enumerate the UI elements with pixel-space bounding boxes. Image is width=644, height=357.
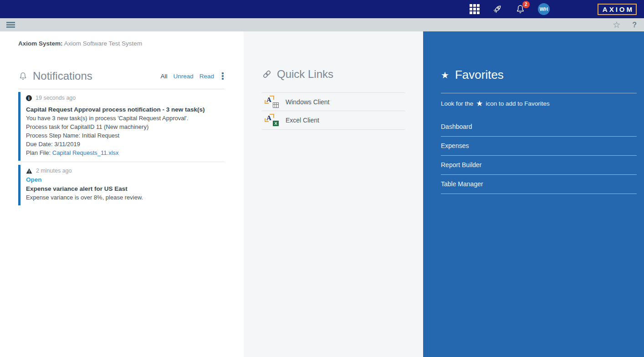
notification-line: You have 3 new task(s) in process 'Capit… — [26, 114, 225, 122]
notification-line: Process Step Name: Initial Request — [26, 131, 225, 140]
axiom-system-line: Axiom System: Axiom Software Test System — [18, 40, 225, 47]
favorites-hint-prefix: Look for the — [441, 100, 473, 107]
notifications-bell-icon[interactable]: 2 — [515, 4, 526, 15]
filter-read[interactable]: Read — [199, 73, 214, 80]
favorites-header: ★ Favorites — [441, 68, 637, 82]
bell-outline-icon — [18, 71, 28, 81]
notification-card: i 19 seconds ago Capital Request Approva… — [18, 92, 225, 161]
favorite-toggle-star-icon[interactable]: ☆ — [613, 20, 620, 29]
filter-unread[interactable]: Unread — [173, 73, 193, 80]
excel-icon: X — [273, 121, 279, 126]
favorite-item-expenses[interactable]: Expenses — [441, 137, 637, 156]
favorites-star-icon: ★ — [441, 71, 449, 80]
top-nav-bar: 2 WH AXIOM — [0, 0, 644, 18]
filter-all[interactable]: All — [160, 73, 167, 80]
notification-title: Expense variance alert for US East — [26, 184, 225, 193]
quick-link-excel-client[interactable]: A X Excel Client — [262, 111, 405, 130]
quick-links-column: Quick Links A Windows Client A X Excel C… — [244, 31, 423, 357]
notification-timestamp: 19 seconds ago — [36, 95, 76, 101]
favorites-panel: ★ Favorites Look for the ★ icon to add t… — [423, 31, 644, 357]
quick-link-label: Windows Client — [286, 98, 329, 106]
notification-card: 2 minutes ago Open Expense variance aler… — [18, 165, 225, 205]
apps-grid-icon[interactable] — [470, 4, 480, 14]
warning-icon — [26, 168, 32, 174]
axiom-logo: AXIOM — [598, 4, 637, 15]
help-icon[interactable]: ? — [632, 21, 637, 29]
quick-links-header: Quick Links — [262, 68, 405, 81]
quick-links-list: A Windows Client A X Excel Client — [262, 92, 405, 130]
axiom-windows-client-icon: A — [266, 96, 279, 108]
favorites-hint-suffix: icon to add to Favorites — [486, 100, 550, 107]
favorites-header-divider — [441, 93, 637, 93]
table-grid-icon — [273, 102, 279, 108]
open-link[interactable]: Open — [26, 176, 42, 183]
notification-divider — [18, 162, 225, 162]
axiom-system-value: Axiom Software Test System — [64, 40, 143, 47]
top-nav-icon-group: 2 WH AXIOM — [470, 3, 639, 15]
axiom-system-label: Axiom System: — [18, 40, 63, 47]
plan-file-label: Plan File: — [26, 149, 52, 156]
hamburger-menu-icon[interactable] — [5, 21, 16, 29]
favorite-item-report-builder[interactable]: Report Builder — [441, 156, 637, 175]
plan-file-link[interactable]: Capital Requests_11.xlsx — [52, 149, 119, 156]
notifications-more-menu-icon[interactable] — [221, 71, 225, 81]
favorite-item-table-manager[interactable]: Table Manager — [441, 175, 637, 194]
favorites-title: Favorites — [455, 68, 504, 82]
rocket-icon[interactable] — [492, 4, 503, 15]
quick-link-windows-client[interactable]: A Windows Client — [262, 92, 405, 111]
secondary-toolbar: ☆ ? — [0, 18, 644, 31]
favorites-hint: Look for the ★ icon to add to Favorites — [441, 100, 637, 107]
main-content: Axiom System: Axiom Software Test System… — [0, 31, 644, 357]
notification-count-badge: 2 — [522, 1, 530, 8]
notifications-header: Notifications All Unread Read — [18, 70, 225, 82]
favorites-list: Dashboard Expenses Report Builder Table … — [441, 117, 637, 194]
notification-line: Due Date: 3/11/2019 — [26, 140, 225, 148]
notification-plan-file-line: Plan File: Capital Requests_11.xlsx — [26, 148, 225, 157]
user-avatar[interactable]: WH — [538, 3, 550, 15]
notification-line: Expense variance is over 8%, please revi… — [26, 193, 225, 202]
axiom-excel-client-icon: A X — [266, 114, 279, 126]
notification-title: Capital Request Approval process notific… — [26, 105, 225, 114]
quick-links-title: Quick Links — [277, 68, 333, 81]
notifications-column: Axiom System: Axiom Software Test System… — [0, 31, 244, 357]
apps-grid-glyph — [470, 4, 480, 14]
notifications-title: Notifications — [33, 70, 92, 82]
notifications-header-divider — [18, 89, 225, 89]
quick-link-label: Excel Client — [286, 117, 319, 124]
notification-line: Process task for CapitalID 11 (New machi… — [26, 122, 225, 131]
info-icon: i — [26, 95, 32, 101]
notification-timestamp: 2 minutes ago — [36, 168, 72, 174]
link-chain-icon — [262, 69, 272, 79]
inline-star-icon: ★ — [476, 100, 483, 107]
favorite-item-dashboard[interactable]: Dashboard — [441, 117, 637, 137]
